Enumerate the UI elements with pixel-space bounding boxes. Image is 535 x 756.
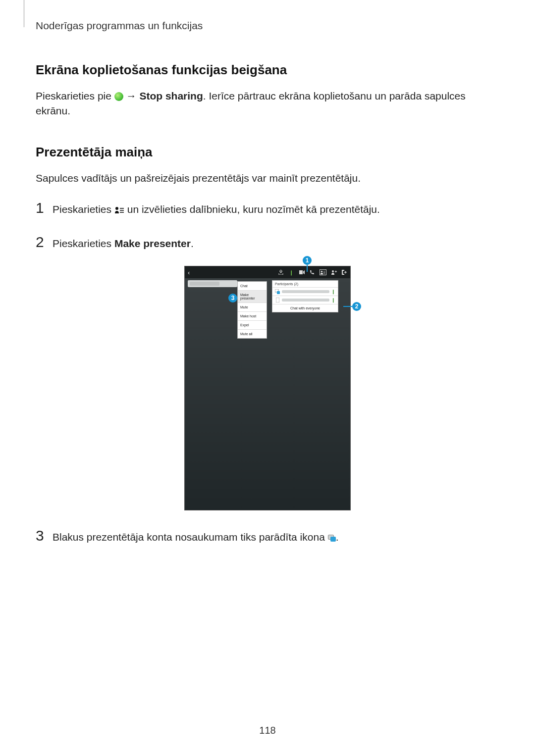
svg-point-0 — [115, 207, 118, 210]
section-heading-stop-sharing: Ekrāna koplietošanas funkcijas beigšana — [36, 62, 499, 78]
section-heading-change-presenter: Prezentētāja maiņa — [36, 145, 499, 160]
text: Pieskarieties pie — [36, 90, 114, 101]
svg-rect-8 — [323, 274, 325, 274]
mic-indicator-icon: ❙ — [331, 298, 335, 302]
participant-name-blur — [282, 290, 329, 293]
svg-rect-6 — [323, 271, 325, 272]
ctx-mute-all[interactable]: Mute all — [238, 330, 267, 338]
numbered-steps: 1 Pieskarieties un izvēlieties dalībniek… — [36, 200, 499, 251]
step-text: Pieskarieties Make presenter. — [53, 236, 194, 251]
step-text: Pieskarieties un izvēlieties dalībnieku,… — [53, 202, 380, 218]
participants-button-icon[interactable] — [320, 269, 326, 275]
svg-rect-7 — [323, 272, 325, 273]
ctx-expel[interactable]: Expel — [238, 321, 267, 330]
device-screen: 1 2 3 ‹ ❙ — [184, 266, 351, 510]
callout-2: 2 — [352, 302, 361, 311]
arrow-text: → — [126, 90, 140, 101]
participants-icon — [114, 203, 124, 218]
ctx-chat[interactable]: Chat — [238, 282, 267, 291]
participants-header: Participants (2) — [272, 281, 338, 288]
participant-name-blur — [282, 299, 329, 302]
presenter-badge-icon — [328, 535, 336, 542]
presenter-device-icon — [275, 289, 280, 294]
text: Blakus prezentētāja konta nosaukumam tik… — [53, 531, 328, 543]
callout-line — [307, 265, 308, 272]
ctx-make-host[interactable]: Make host — [238, 312, 267, 321]
stop-sharing-label: Stop sharing — [139, 90, 203, 101]
call-icon[interactable] — [309, 269, 315, 275]
text: un izvēlieties dalībnieku, kuru nozīmēt … — [127, 203, 380, 215]
app-topbar: ‹ ❙ — [185, 266, 350, 278]
svg-rect-4 — [299, 270, 303, 274]
participants-panel: Participants (2) ❙ ❙ Chat with everyone — [272, 280, 338, 312]
ctx-make-presenter[interactable]: Make presenter — [238, 291, 267, 303]
add-user-icon[interactable] — [331, 269, 337, 275]
svg-rect-11 — [335, 271, 336, 273]
svg-rect-1 — [120, 208, 124, 209]
context-menu: Chat Make presenter Mute Make host Expel… — [237, 281, 267, 339]
exit-icon[interactable] — [341, 269, 347, 275]
mic-indicator-icon: ❙ — [331, 289, 335, 294]
step-3: 3 Blakus prezentētāja konta nosaukumam t… — [36, 527, 499, 545]
page-number: 118 — [0, 725, 535, 736]
callout-line — [343, 306, 352, 307]
step-1: 1 Pieskarieties un izvēlieties dalībniek… — [36, 200, 499, 218]
text: Pieskarieties — [53, 203, 114, 215]
device-icon — [275, 298, 280, 302]
step-number: 3 — [36, 527, 53, 544]
participant-row[interactable]: ❙ — [272, 296, 338, 304]
breadcrumb-header: Noderīgas programmas un funkcijas — [36, 20, 499, 32]
back-icon[interactable]: ‹ — [188, 269, 190, 276]
svg-point-9 — [332, 270, 334, 272]
step-number: 1 — [36, 200, 53, 216]
mic-icon[interactable]: ❙ — [288, 269, 294, 275]
text: . — [191, 238, 194, 249]
callout-3: 3 — [228, 294, 237, 302]
callout-1: 1 — [303, 256, 312, 265]
section2-intro: Sapulces vadītājs un pašreizējais prezen… — [36, 171, 499, 186]
step-text: Blakus prezentētāja konta nosaukumam tik… — [53, 530, 339, 545]
text: Pieskarieties — [53, 238, 114, 249]
participant-row[interactable]: ❙ — [272, 288, 338, 296]
section1-paragraph: Pieskarieties pie → Stop sharing. Ierīce… — [36, 89, 499, 119]
svg-point-5 — [321, 271, 322, 272]
svg-rect-2 — [120, 210, 124, 211]
step-number: 2 — [36, 234, 53, 251]
step-2: 2 Pieskarieties Make presenter. — [36, 234, 499, 251]
text: . — [336, 531, 339, 543]
ctx-mute[interactable]: Mute — [238, 303, 267, 312]
svg-rect-3 — [120, 212, 124, 213]
figure-screenshot: 1 2 3 ‹ ❙ — [36, 266, 499, 510]
user-name-pill[interactable] — [188, 280, 237, 287]
share-status-icon — [114, 92, 123, 101]
share-icon[interactable] — [278, 269, 284, 275]
svg-rect-14 — [276, 298, 279, 302]
svg-rect-13 — [277, 291, 280, 294]
chat-everyone-button[interactable]: Chat with everyone — [272, 304, 338, 312]
video-icon[interactable] — [299, 269, 305, 275]
make-presenter-label: Make presenter — [114, 238, 191, 249]
